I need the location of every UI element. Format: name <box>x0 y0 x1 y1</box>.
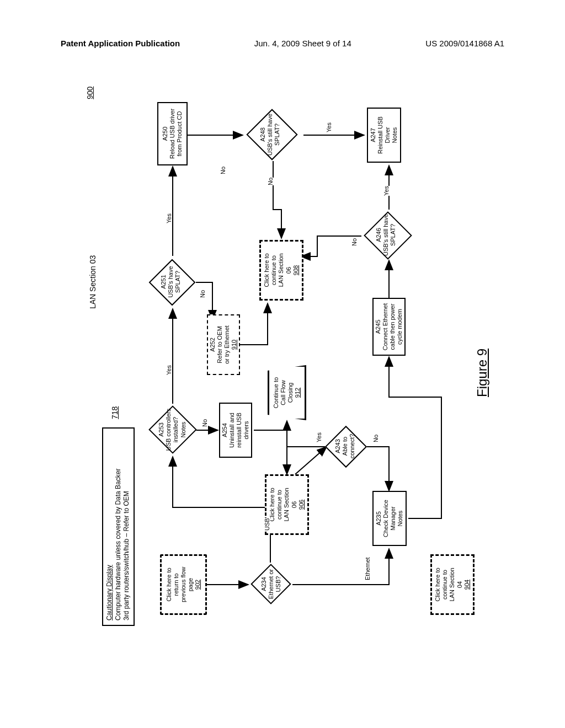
section-title: LAN Section 03 <box>88 255 97 309</box>
node-904: Click here to continue to LAN Section 04… <box>430 554 475 615</box>
header-left: Patent Application Publication <box>61 39 180 48</box>
flowchart-diagram: Cautionary Display Computer hardware unl… <box>0 135 565 587</box>
decision-a234: A234 Ethernet or USB? <box>260 563 282 606</box>
label-no-2: No <box>199 290 206 298</box>
node-908: Click here to continue to LAN Section 06… <box>259 240 303 301</box>
label-usb: USB <box>264 518 270 531</box>
label-ethernet: Ethernet <box>364 557 371 580</box>
cautionary-line1: Computer hardware unless covered by Data… <box>114 433 123 620</box>
node-906: Click here to continue to LAN Section 06… <box>265 474 309 535</box>
page-header: Patent Application Publication Jun. 4, 2… <box>0 0 565 53</box>
figure-caption: Figure 9 <box>475 349 490 397</box>
decision-a251: A251 USB's have SPLAT? <box>160 258 182 306</box>
label-no-5: No <box>351 238 358 246</box>
cautionary-display-box: Cautionary Display Computer hardware unl… <box>102 427 135 626</box>
label-yes-2: Yes <box>166 213 172 223</box>
header-right: US 2009/0141868 A1 <box>425 39 504 48</box>
process-a252: A252 Refer to OEM or try Ethernet 910 <box>207 314 240 375</box>
label-no-3: No <box>220 167 226 174</box>
ref-718: 718 <box>110 406 119 419</box>
label-no-3b: No <box>267 178 274 185</box>
terminator-912: Continue to Call Flow Closing 912 <box>268 365 306 420</box>
process-a247: A247 Reinstall USB Driver Notes <box>367 108 401 163</box>
label-no-4: No <box>372 435 379 442</box>
decision-a246: A246 USB's still have SPLAT? <box>375 208 397 261</box>
label-yes-4: Yes <box>316 432 322 442</box>
node-902: Click here to return to previous flow pa… <box>160 554 207 615</box>
svg-line-7 <box>295 447 327 474</box>
decision-a253: A253 USB controllers installed? Notes <box>158 403 187 457</box>
label-yes-3: Yes <box>326 122 332 132</box>
decision-a248: A248 USB's still have SPLAT? <box>259 107 281 162</box>
process-a245: A245 Connect Ethernet cable then power c… <box>372 298 406 356</box>
ref-900: 900 <box>86 87 94 99</box>
header-middle: Jun. 4, 2009 Sheet 9 of 14 <box>254 39 351 48</box>
process-a254: A254 Uninstall and reinstall USB drivers <box>219 403 252 458</box>
process-a235: A235 Check Device Manager Notes <box>372 491 407 546</box>
label-no-1: No <box>201 419 208 427</box>
process-a250: A250 Reload USB driver from Product CD <box>157 102 188 165</box>
label-yes-1: Yes <box>166 365 172 375</box>
cautionary-title: Cautionary Display <box>105 433 114 620</box>
decision-a243: A243 Able to connect? <box>334 425 356 468</box>
cautionary-line2: 3rd party routers/switch/hub – Refer to … <box>122 433 131 620</box>
label-yes-5: Yes <box>383 186 390 196</box>
